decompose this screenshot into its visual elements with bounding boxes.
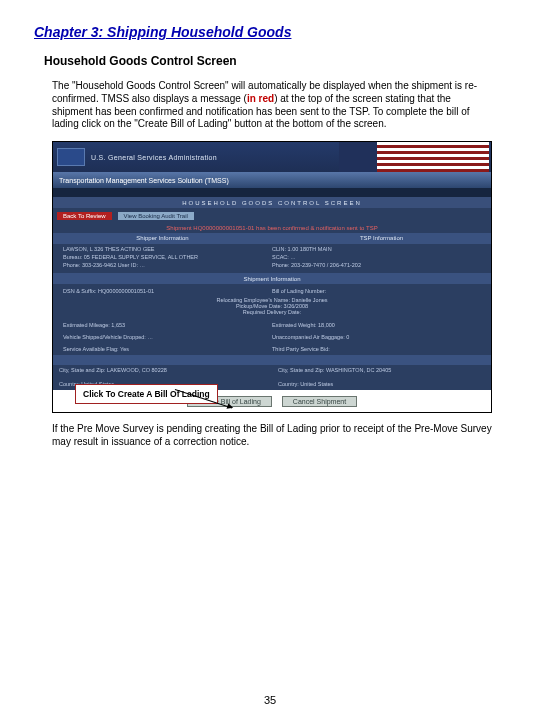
gsa-header: U.S. General Services Administration	[53, 142, 491, 172]
bol-label: Bill of Lading Number:	[272, 288, 481, 294]
agency-name: U.S. General Services Administration	[91, 154, 217, 161]
system-title-bar: Transportation Management Services Solut…	[53, 172, 491, 188]
menu-bar	[53, 188, 491, 197]
confirmation-message: Shipment HQ0000000001051-01 has been con…	[53, 223, 491, 233]
intro-paragraph: The "Household Goods Control Screen" wil…	[52, 80, 494, 131]
shipper-tsp-body: LAWSON, L 326 THES ACTINO GEE Bureau: 05…	[53, 244, 491, 273]
shipper-info: LAWSON, L 326 THES ACTINO GEE Bureau: 05…	[63, 246, 272, 269]
section-title: Household Goods Control Screen	[44, 54, 506, 68]
shipper-line2: Bureau: 05 FEDERAL SUPPLY SERVICE, ALL O…	[63, 254, 272, 262]
callout-box: Click To Create A Bill Of Lading	[75, 384, 218, 404]
tsp-line2: SCAC: …	[272, 254, 481, 262]
shipper-tsp-header: Shipper Information TSP Information	[53, 233, 491, 244]
estimates-row: Estimated Mileage: 1,653 Estimated Weigh…	[53, 319, 491, 331]
est-mileage: Estimated Mileage: 1,653	[63, 322, 272, 328]
location-headers	[53, 355, 491, 365]
service-flag: Service Available Flag: Yes	[63, 346, 272, 352]
back-button[interactable]: Back To Review	[57, 212, 112, 220]
in-red-phrase: in red	[247, 93, 274, 104]
vehicles: Vehicle Shipped/Vehicle Dropped: …	[63, 334, 272, 340]
tsp-info: CLIN: 1.00 180TH MAIN SCAC: … Phone: 203…	[272, 246, 481, 269]
shipper-line1: LAWSON, L 326 THES ACTINO GEE	[63, 246, 272, 254]
dest-city: City, State and Zip: WASHINGTON, DC 2040…	[272, 365, 491, 379]
audit-trail-button[interactable]: View Booking Audit Trail	[118, 212, 194, 220]
dsn-value: DSN & Suffix: HQ0000000001051-01	[63, 288, 272, 294]
location-row-1: City, State and Zip: LAKEWOOD, CO 80228 …	[53, 365, 491, 379]
shipper-header: Shipper Information	[53, 233, 272, 244]
tsp-line3: Phone: 203-239-7470 / 206-471-202	[272, 262, 481, 270]
service-row: Service Available Flag: Yes Third Party …	[53, 343, 491, 355]
shipment-info-header: Shipment Information	[53, 273, 491, 284]
screen-heading: HOUSEHOLD GOODS CONTROL SCREEN	[53, 197, 491, 208]
gsa-logo	[57, 148, 85, 166]
chapter-title: Chapter 3: Shipping Household Goods	[34, 24, 506, 40]
action-bar: Back To Review View Booking Audit Trail	[53, 208, 491, 223]
shipper-line3: Phone: 303-236-9462 User ID: …	[63, 262, 272, 270]
tsp-line1: CLIN: 1.00 180TH MAIN	[272, 246, 481, 254]
third-party: Third Party Service Bid:	[272, 346, 481, 352]
vehicle-row: Vehicle Shipped/Vehicle Dropped: … Unacc…	[53, 331, 491, 343]
page-number: 35	[0, 694, 540, 706]
unaccompanied: Unaccompanied Air Baggage: 0	[272, 334, 481, 340]
tsp-header: TSP Information	[272, 233, 491, 244]
required-delivery: Required Delivery Date:	[63, 309, 481, 315]
origin-city: City, State and Zip: LAKEWOOD, CO 80228	[53, 365, 272, 379]
cancel-shipment-button[interactable]: Cancel Shipment	[282, 396, 357, 407]
us-flag-graphic	[339, 142, 489, 172]
screenshot-frame: U.S. General Services Administration Tra…	[52, 141, 492, 413]
followup-paragraph: If the Pre Move Survey is pending creati…	[52, 423, 494, 449]
shipment-info-body: DSN & Suffix: HQ0000000001051-01 Bill of…	[53, 284, 491, 319]
est-weight: Estimated Weight: 18,000	[272, 322, 481, 328]
